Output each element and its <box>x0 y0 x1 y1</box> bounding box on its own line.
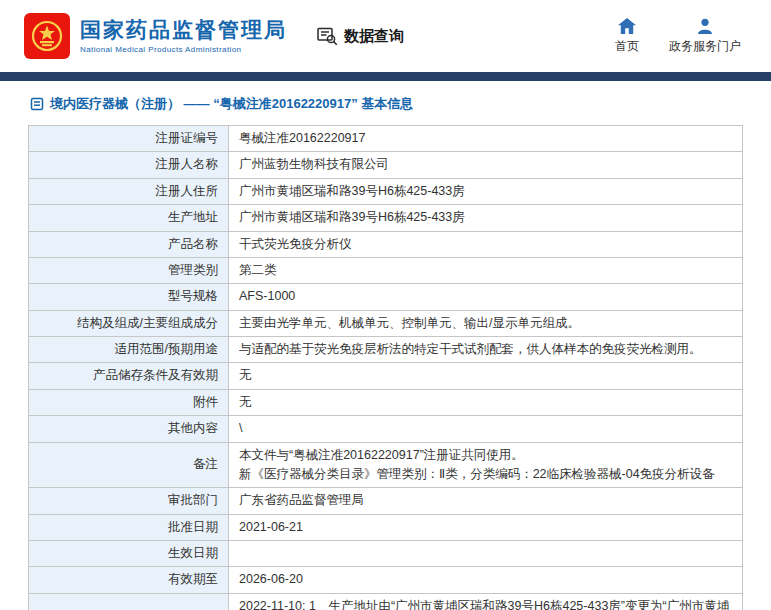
row-value: 广州市黄埔区瑞和路39号H6栋425-433房 <box>229 205 743 231</box>
national-emblem-logo <box>24 13 70 59</box>
table-row: 审批部门广东省药品监督管理局 <box>29 488 743 514</box>
row-value: AFS-1000 <box>229 284 743 310</box>
row-label: 型号规格 <box>29 284 229 310</box>
home-nav[interactable]: 首页 <box>615 18 639 55</box>
header-right: 首页 政务服务门户 <box>615 18 741 55</box>
row-label: 生产地址 <box>29 205 229 231</box>
row-value: 2022-11-10: 1、生产地址由“广州市黄埔区瑞和路39号H6栋425-4… <box>229 593 743 610</box>
data-query-nav[interactable]: 数据查询 <box>317 27 404 46</box>
org-name-zh: 国家药品监督管理局 <box>80 18 287 41</box>
table-row: 型号规格AFS-1000 <box>29 284 743 310</box>
table-row: 备注本文件与“粤械注准20162220917”注册证共同使用。 新《医疗器械分类… <box>29 442 743 488</box>
row-value: 无 <box>229 389 743 415</box>
user-icon <box>697 18 713 34</box>
row-label: 管理类别 <box>29 257 229 283</box>
table-row: 批准日期2021-06-21 <box>29 514 743 540</box>
table-row: 管理类别第二类 <box>29 257 743 283</box>
data-query-label: 数据查询 <box>344 27 404 46</box>
row-label: 注册人住所 <box>29 178 229 204</box>
row-label: 生效日期 <box>29 541 229 567</box>
row-value: 第二类 <box>229 257 743 283</box>
row-label: 变更情况 <box>29 593 229 610</box>
row-label: 批准日期 <box>29 514 229 540</box>
table-row: 注册人住所广州市黄埔区瑞和路39号H6栋425-433房 <box>29 178 743 204</box>
breadcrumb: 境内医疗器械（注册） —— “粤械注准20162220917” 基本信息 <box>30 95 743 113</box>
table-row: 注册证编号粤械注准20162220917 <box>29 126 743 152</box>
header-left: 国家药品监督管理局 National Medical Products Admi… <box>24 13 404 59</box>
header-divider-bar <box>0 72 771 81</box>
row-value: 广州市黄埔区瑞和路39号H6栋425-433房 <box>229 178 743 204</box>
row-label: 结构及组成/主要组成成分 <box>29 310 229 336</box>
main-content: 境内医疗器械（注册） —— “粤械注准20162220917” 基本信息 注册证… <box>0 81 771 610</box>
table-row: 注册人名称广州蓝勃生物科技有限公司 <box>29 152 743 178</box>
row-label: 其他内容 <box>29 416 229 442</box>
row-label: 备注 <box>29 442 229 488</box>
table-row: 生效日期 <box>29 541 743 567</box>
data-query-icon <box>317 27 338 46</box>
table-row: 产品储存条件及有效期无 <box>29 363 743 389</box>
row-label: 注册证编号 <box>29 126 229 152</box>
row-value: 本文件与“粤械注准20162220917”注册证共同使用。 新《医疗器械分类目录… <box>229 442 743 488</box>
row-value: 与适配的基于荧光免疫层析法的特定干式试剂配套，供人体样本的免疫荧光检测用。 <box>229 337 743 363</box>
table-row: 适用范围/预期用途与适配的基于荧光免疫层析法的特定干式试剂配套，供人体样本的免疫… <box>29 337 743 363</box>
row-label: 产品储存条件及有效期 <box>29 363 229 389</box>
registration-info-table: 注册证编号粤械注准20162220917注册人名称广州蓝勃生物科技有限公司注册人… <box>28 125 743 610</box>
portal-nav[interactable]: 政务服务门户 <box>669 18 741 55</box>
row-label: 适用范围/预期用途 <box>29 337 229 363</box>
row-value: \ <box>229 416 743 442</box>
row-label: 有效期至 <box>29 567 229 593</box>
emblem-graphic <box>30 19 64 53</box>
row-value <box>229 541 743 567</box>
table-row: 附件无 <box>29 389 743 415</box>
org-name-en: National Medical Products Administration <box>80 45 287 54</box>
breadcrumb-text: 境内医疗器械（注册） —— “粤械注准20162220917” 基本信息 <box>50 95 413 113</box>
table-row: 变更情况2022-11-10: 1、生产地址由“广州市黄埔区瑞和路39号H6栋4… <box>29 593 743 610</box>
site-header: 国家药品监督管理局 National Medical Products Admi… <box>0 0 771 72</box>
home-icon <box>618 18 636 34</box>
document-icon <box>30 97 44 111</box>
info-table-body: 注册证编号粤械注准20162220917注册人名称广州蓝勃生物科技有限公司注册人… <box>29 126 743 610</box>
row-label: 产品名称 <box>29 231 229 257</box>
table-row: 有效期至2026-06-20 <box>29 567 743 593</box>
page: 国家药品监督管理局 National Medical Products Admi… <box>0 0 771 610</box>
row-value: 2026-06-20 <box>229 567 743 593</box>
table-row: 产品名称干式荧光免疫分析仪 <box>29 231 743 257</box>
row-value: 2021-06-21 <box>229 514 743 540</box>
row-value: 无 <box>229 363 743 389</box>
org-names: 国家药品监督管理局 National Medical Products Admi… <box>80 18 287 54</box>
row-label: 审批部门 <box>29 488 229 514</box>
home-label: 首页 <box>615 38 639 55</box>
row-value: 广州蓝勃生物科技有限公司 <box>229 152 743 178</box>
row-label: 注册人名称 <box>29 152 229 178</box>
table-row: 生产地址广州市黄埔区瑞和路39号H6栋425-433房 <box>29 205 743 231</box>
row-value: 粤械注准20162220917 <box>229 126 743 152</box>
portal-label: 政务服务门户 <box>669 38 741 55</box>
row-label: 附件 <box>29 389 229 415</box>
row-value: 主要由光学单元、机械单元、控制单元、输出/显示单元组成。 <box>229 310 743 336</box>
row-value: 广东省药品监督管理局 <box>229 488 743 514</box>
table-row: 结构及组成/主要组成成分主要由光学单元、机械单元、控制单元、输出/显示单元组成。 <box>29 310 743 336</box>
table-row: 其他内容\ <box>29 416 743 442</box>
row-value: 干式荧光免疫分析仪 <box>229 231 743 257</box>
